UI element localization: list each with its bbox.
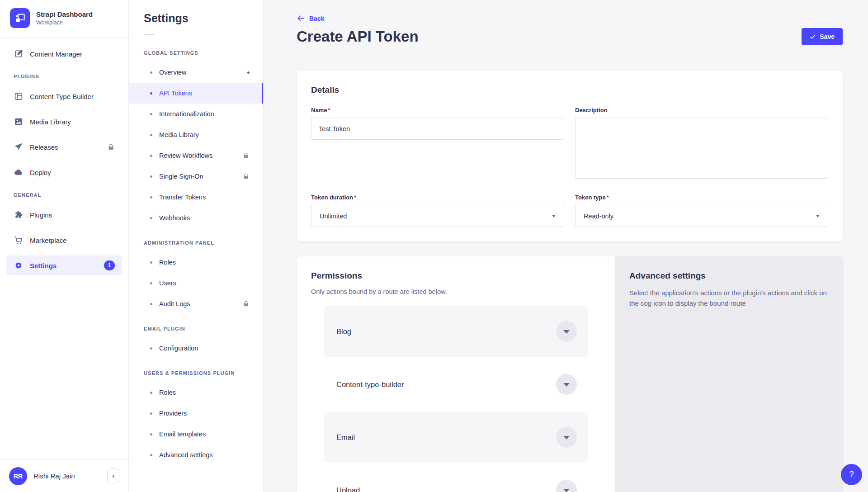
bullet-icon <box>150 347 152 350</box>
token-type-label: Token type* <box>575 194 828 201</box>
settings-item-webhooks[interactable]: Webhooks <box>129 208 263 228</box>
expand-accordion-button[interactable] <box>556 374 577 395</box>
lock-icon <box>242 173 250 180</box>
settings-item-api-tokens[interactable]: API Tokens <box>129 83 263 104</box>
settings-item-users[interactable]: Users <box>129 273 263 293</box>
token-type-value: Read-only <box>584 213 613 220</box>
save-button[interactable]: Save <box>802 28 843 45</box>
releases-icon <box>14 142 24 152</box>
user-name: Rishi Raj Jain <box>33 472 75 480</box>
settings-item-label: Webhooks <box>159 214 190 222</box>
settings-item-label: Roles <box>159 259 176 266</box>
sidebar-item-releases[interactable]: Releases <box>6 137 122 157</box>
accordion-content-type-builder[interactable]: Content-type-builder <box>324 359 588 410</box>
expand-accordion-button[interactable] <box>556 480 577 492</box>
settings-item-email-templates[interactable]: Email templates <box>129 424 263 445</box>
expand-accordion-button[interactable] <box>556 427 577 448</box>
description-field-group: Description <box>575 107 828 180</box>
token-type-select[interactable]: Read-only <box>575 205 828 227</box>
settings-item-providers[interactable]: Providers <box>129 403 263 424</box>
sidebar-item-settings[interactable]: Settings 1 <box>6 255 122 275</box>
sidebar-item-label: Media Library <box>30 118 71 126</box>
settings-item-label: Providers <box>159 410 187 417</box>
settings-item-review-workflows[interactable]: Review Workflows <box>129 145 263 166</box>
settings-item-label: Single Sign-On <box>159 173 203 180</box>
details-card: Details Name* Description Token duration… <box>297 71 843 241</box>
collapse-sidebar-button[interactable] <box>107 468 119 483</box>
back-label: Back <box>309 15 324 22</box>
sidebar-item-label: Content Manager <box>30 50 82 58</box>
required-asterisk: * <box>328 107 330 114</box>
marketplace-cart-icon <box>14 235 24 245</box>
settings-item-label: Configuration <box>159 345 198 352</box>
lock-icon <box>107 143 115 151</box>
sidebar-footer: RR Rishi Raj Jain <box>0 459 128 492</box>
settings-item-label: Overview <box>159 69 186 76</box>
token-duration-field-group: Token duration* Unlimited <box>311 194 564 227</box>
lock-icon <box>242 300 250 308</box>
sidebar-item-label: Plugins <box>30 211 52 219</box>
accordion-upload[interactable]: Upload <box>324 465 588 492</box>
accordion-email[interactable]: Email <box>324 412 588 463</box>
settings-item-label: Internationalization <box>159 110 214 118</box>
accordion-label: Blog <box>336 327 351 336</box>
main-nav: Content Manager PLUGINS Content-Type Bui… <box>0 44 128 275</box>
name-input[interactable] <box>311 118 564 140</box>
sidebar-divider <box>0 37 128 38</box>
settings-item-single-sign-on[interactable]: Single Sign-On <box>129 166 263 187</box>
bullet-icon <box>150 113 152 115</box>
chevron-down-icon <box>563 330 570 334</box>
token-duration-value: Unlimited <box>320 213 347 220</box>
save-label: Save <box>820 33 835 40</box>
lock-icon <box>242 152 250 159</box>
settings-item-audit-logs[interactable]: Audit Logs <box>129 293 263 314</box>
notification-dot-icon <box>247 71 250 74</box>
workspace-brand[interactable]: Strapi Dashboard Workplace <box>0 0 128 35</box>
settings-item-roles-admin[interactable]: Roles <box>129 252 263 273</box>
chevron-down-icon <box>816 215 820 218</box>
sidebar-item-marketplace[interactable]: Marketplace <box>6 230 122 250</box>
settings-item-overview[interactable]: Overview <box>129 62 263 83</box>
settings-section-global: GLOBAL SETTINGS <box>144 50 263 56</box>
sidebar-item-content-manager[interactable]: Content Manager <box>6 44 122 64</box>
required-asterisk: * <box>354 194 356 201</box>
accordion-label: Content-type-builder <box>336 380 404 389</box>
sidebar-item-plugins[interactable]: Plugins <box>6 205 122 225</box>
name-label: Name* <box>311 107 564 114</box>
deploy-cloud-icon <box>14 167 24 177</box>
settings-item-configuration[interactable]: Configuration <box>129 338 263 359</box>
app-root: Strapi Dashboard Workplace Content Manag… <box>0 0 868 492</box>
user-avatar[interactable]: RR <box>9 467 27 485</box>
back-link[interactable]: Back <box>297 14 324 23</box>
settings-sidebar: Settings GLOBAL SETTINGS Overview API To… <box>129 0 264 492</box>
sidebar-item-label: Marketplace <box>30 237 67 244</box>
help-button[interactable]: ? <box>841 464 862 485</box>
expand-accordion-button[interactable] <box>556 321 577 342</box>
bullet-icon <box>150 196 152 199</box>
settings-sidebar-title: Settings <box>144 12 263 25</box>
bullet-icon <box>150 261 152 264</box>
media-library-icon <box>14 117 24 127</box>
settings-section-users-permissions: USERS & PERMISSIONS PLUGIN <box>144 370 263 376</box>
bullet-icon <box>150 134 152 136</box>
sidebar-item-content-type-builder[interactable]: Content-Type Builder <box>6 86 122 106</box>
nav-section-general: GENERAL <box>14 192 128 198</box>
settings-item-label: Review Workflows <box>159 152 212 159</box>
chevron-down-icon <box>552 215 556 218</box>
permissions-subtitle: Only actions bound by a route are listed… <box>311 288 600 295</box>
sidebar-item-media-library[interactable]: Media Library <box>6 112 122 132</box>
settings-notification-badge: 1 <box>104 260 115 270</box>
settings-item-roles-up[interactable]: Roles <box>129 382 263 403</box>
accordion-label: Upload <box>336 486 360 492</box>
settings-item-advanced-settings[interactable]: Advanced settings <box>129 445 263 465</box>
section-spacer <box>129 228 263 240</box>
main-content: Back Create API Token Save Details Name*… <box>264 0 868 492</box>
settings-item-media-library[interactable]: Media Library <box>129 124 263 145</box>
accordion-blog[interactable]: Blog <box>324 306 588 357</box>
description-textarea[interactable] <box>575 118 828 179</box>
settings-item-transfer-tokens[interactable]: Transfer Tokens <box>129 187 263 208</box>
settings-item-label: Roles <box>159 389 176 396</box>
settings-item-internationalization[interactable]: Internationalization <box>129 104 263 124</box>
sidebar-item-deploy[interactable]: Deploy <box>6 162 122 182</box>
token-duration-select[interactable]: Unlimited <box>311 205 564 227</box>
